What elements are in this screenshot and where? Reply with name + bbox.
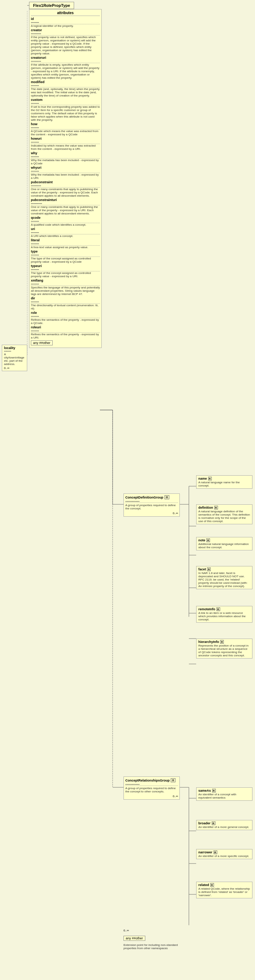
prop-related-box: related R A related QCode, where the rel…: [196, 882, 252, 898]
attr-creatoruri: creatoruri •••••••••• If the attribute i…: [31, 56, 100, 80]
attr-whyuri: whyuri •••••••• Why the metadata has bee…: [31, 166, 100, 180]
attr-roleuri: roleuri •••••••• Refines the semantics o…: [31, 325, 100, 339]
attr-xmllang: xmllang •••••••• Specifies the language …: [31, 278, 100, 296]
attr-dir: dir •••••••• The directionality of textu…: [31, 296, 100, 310]
attr-role: role •••••••• Refines the semantics of t…: [31, 311, 100, 325]
attributes-header: attributes: [31, 11, 100, 16]
concept-relationships-group-box: ConceptRelationshipsGroup ⊞ ••••••••••••…: [124, 776, 180, 800]
attr-uri: uri •••••••• A URI which identifies a co…: [31, 227, 100, 238]
prop-name-box: name R A natural language name for the c…: [196, 475, 252, 489]
any-other-badge: any ##other: [31, 341, 100, 345]
prop-sameas-box: sameAs R An identifier of a concept with…: [196, 788, 252, 801]
attr-pubconstrainturi: pubconstrainturi ••••••••••• One or many…: [31, 198, 100, 215]
any-other-bottom-badge: any ##other: [124, 936, 145, 940]
prop-definition-box: definition R A natural language definiti…: [196, 504, 252, 524]
attr-type: type •••••••• The type of the concept as…: [31, 250, 100, 263]
prop-hierarchyinfo-box: hierarchyInfo R Represents the position …: [196, 639, 252, 659]
prop-note-box: note R Additional natural language infor…: [196, 537, 252, 550]
attr-qcode: qcode •••••••• A qualified code which id…: [31, 216, 100, 226]
extension-note: Extension point for including non-standa…: [124, 943, 182, 950]
concept-definitions-group-box: ConceptDefinitionGroup ⊞ •••••••••••••••…: [124, 493, 180, 517]
attr-id: id •••••••• A logical identifier of the …: [31, 17, 100, 27]
attr-pubconstraint: pubconstraint •••••••••• One or many con…: [31, 180, 100, 197]
attributes-box: attributes id •••••••• A logical identif…: [29, 9, 102, 348]
attr-literal: literal •••••••• A free-text value assig…: [31, 239, 100, 249]
prop-remoteinfo-box: remoteInfo R A link to an item or a web …: [196, 606, 252, 623]
attr-modified: modified •••••••• The date (and, optiona…: [31, 80, 100, 97]
attr-why: why •••••••• Why the metadata has been i…: [31, 151, 100, 165]
prop-facet-box: facet R In NAR 1.8 and later, facet is d…: [196, 566, 252, 589]
attr-custom: custom •••••••• If set to true the corre…: [31, 98, 100, 121]
attr-typeuri: typeuri •••••••• The type of the concept…: [31, 264, 100, 278]
prop-broader-box: broader R An identifier of a more genera…: [196, 820, 252, 830]
attr-how: how •••••••• A QCode which means the val…: [31, 122, 100, 136]
prop-narrower-box: narrower R An identifier of a more speci…: [196, 849, 252, 859]
locality-box: locality •••••••• A city/town/village et…: [2, 345, 27, 371]
attr-creator: creator •••••••••• If the property value…: [31, 28, 100, 55]
attr-howuri: howuri •••••••• Indicated by which means…: [31, 137, 100, 151]
multiplicity-bottom: 0..∞: [124, 929, 129, 932]
main-title: Flex1RolePropType: [29, 2, 74, 9]
